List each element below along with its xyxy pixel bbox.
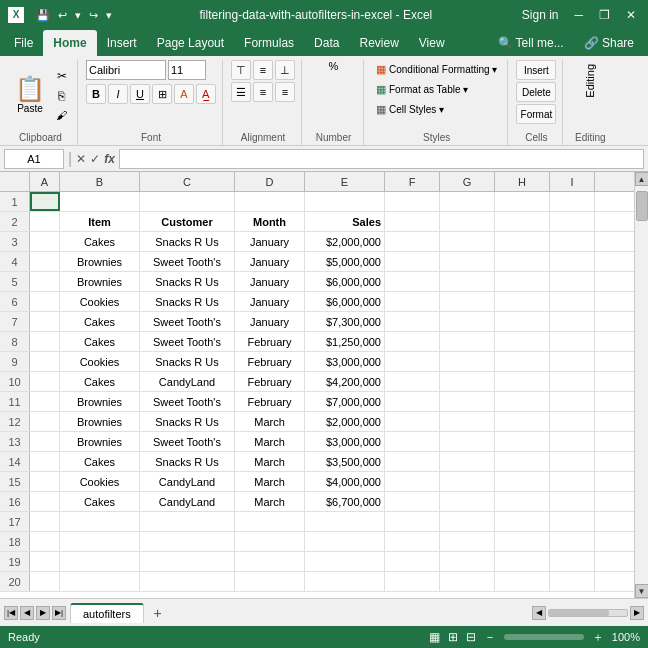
minimize-button[interactable]: ─ — [570, 8, 587, 22]
row-number-20[interactable]: 20 — [0, 572, 30, 591]
cell[interactable] — [30, 332, 60, 351]
cell[interactable]: February — [235, 352, 305, 371]
cell[interactable]: $4,000,000 — [305, 472, 385, 491]
cell[interactable] — [550, 412, 595, 431]
cell[interactable] — [550, 252, 595, 271]
cell[interactable] — [440, 392, 495, 411]
cell[interactable]: Sweet Tooth's — [140, 312, 235, 331]
row-number-5[interactable]: 5 — [0, 272, 30, 291]
cell[interactable] — [30, 412, 60, 431]
cell[interactable] — [235, 532, 305, 551]
align-right-button[interactable]: ≡ — [275, 82, 295, 102]
cell[interactable]: $4,200,000 — [305, 372, 385, 391]
cell[interactable]: CandyLand — [140, 372, 235, 391]
cell[interactable] — [440, 452, 495, 471]
vertical-scrollbar[interactable]: ▲ ▼ — [634, 172, 648, 598]
cell[interactable]: Sweet Tooth's — [140, 392, 235, 411]
cell[interactable]: Snacks R Us — [140, 412, 235, 431]
cell[interactable] — [440, 412, 495, 431]
cell[interactable] — [440, 512, 495, 531]
cell[interactable]: $2,000,000 — [305, 232, 385, 251]
row-number-9[interactable]: 9 — [0, 352, 30, 371]
undo-dropdown[interactable]: ▾ — [73, 8, 83, 23]
cell[interactable] — [440, 232, 495, 251]
tab-tell-me[interactable]: 🔍 Tell me... — [488, 30, 574, 56]
cell[interactable]: Snacks R Us — [140, 232, 235, 251]
zoom-level[interactable]: 100% — [612, 631, 640, 643]
tab-formulas[interactable]: Formulas — [234, 30, 304, 56]
cell[interactable] — [440, 432, 495, 451]
cell[interactable]: Cookies — [60, 292, 140, 311]
cell[interactable] — [495, 452, 550, 471]
cell[interactable]: $6,000,000 — [305, 292, 385, 311]
cell[interactable] — [140, 192, 235, 211]
cell[interactable] — [550, 472, 595, 491]
cell[interactable] — [550, 572, 595, 591]
customize-button[interactable]: ▾ — [104, 8, 114, 23]
cell[interactable]: March — [235, 432, 305, 451]
tab-page-layout[interactable]: Page Layout — [147, 30, 234, 56]
tab-nav-first[interactable]: |◀ — [4, 606, 18, 620]
conditional-formatting-button[interactable]: ▦ Conditional Formatting ▾ — [372, 60, 501, 79]
cell[interactable] — [550, 392, 595, 411]
cell[interactable] — [495, 532, 550, 551]
cell[interactable] — [60, 532, 140, 551]
cell[interactable] — [495, 272, 550, 291]
font-color-button[interactable]: A̲ — [196, 84, 216, 104]
cell[interactable] — [385, 472, 440, 491]
cell[interactable] — [30, 492, 60, 511]
insert-cells-button[interactable]: Insert — [516, 60, 556, 80]
cell[interactable] — [495, 232, 550, 251]
cell[interactable] — [550, 292, 595, 311]
cell[interactable] — [30, 232, 60, 251]
cell[interactable] — [495, 332, 550, 351]
cell[interactable] — [30, 312, 60, 331]
cell[interactable]: Cakes — [60, 492, 140, 511]
cell[interactable] — [385, 372, 440, 391]
cell[interactable] — [305, 552, 385, 571]
format-painter-button[interactable]: 🖌 — [52, 107, 71, 123]
cell[interactable] — [385, 432, 440, 451]
cell[interactable] — [550, 432, 595, 451]
cell[interactable] — [495, 292, 550, 311]
format-as-table-button[interactable]: ▦ Format as Table ▾ — [372, 80, 472, 99]
row-number-13[interactable]: 13 — [0, 432, 30, 451]
cell[interactable] — [30, 192, 60, 211]
cell[interactable] — [440, 372, 495, 391]
cell[interactable] — [235, 192, 305, 211]
cell[interactable] — [550, 332, 595, 351]
row-number-4[interactable]: 4 — [0, 252, 30, 271]
view-normal-icon[interactable]: ▦ — [429, 630, 440, 644]
cell[interactable] — [305, 192, 385, 211]
cell[interactable] — [385, 352, 440, 371]
cell[interactable] — [30, 292, 60, 311]
tab-data[interactable]: Data — [304, 30, 349, 56]
cell[interactable] — [385, 192, 440, 211]
cell[interactable]: $5,000,000 — [305, 252, 385, 271]
align-center-button[interactable]: ≡ — [253, 82, 273, 102]
save-button[interactable]: 💾 — [34, 8, 52, 23]
paste-button[interactable]: 📋 Paste — [10, 72, 50, 117]
cell[interactable] — [30, 472, 60, 491]
align-top-button[interactable]: ⊤ — [231, 60, 251, 80]
align-bottom-button[interactable]: ⊥ — [275, 60, 295, 80]
scrollbar-track[interactable] — [635, 186, 649, 584]
cell[interactable] — [30, 532, 60, 551]
cell[interactable]: $3,500,000 — [305, 452, 385, 471]
redo-button[interactable]: ↪ — [87, 8, 100, 23]
col-header-i[interactable]: I — [550, 172, 595, 191]
cell[interactable]: March — [235, 472, 305, 491]
cell[interactable]: Brownies — [60, 412, 140, 431]
format-cells-button[interactable]: Format — [516, 104, 556, 124]
copy-button[interactable]: ⎘ — [52, 87, 71, 105]
row-number-14[interactable]: 14 — [0, 452, 30, 471]
fill-color-button[interactable]: A — [174, 84, 194, 104]
cell[interactable]: February — [235, 392, 305, 411]
h-scroll-track[interactable] — [548, 609, 628, 617]
col-header-g[interactable]: G — [440, 172, 495, 191]
cell[interactable] — [385, 572, 440, 591]
cell[interactable] — [440, 572, 495, 591]
cell[interactable]: CandyLand — [140, 492, 235, 511]
cell[interactable]: Brownies — [60, 252, 140, 271]
cell[interactable]: $1,250,000 — [305, 332, 385, 351]
